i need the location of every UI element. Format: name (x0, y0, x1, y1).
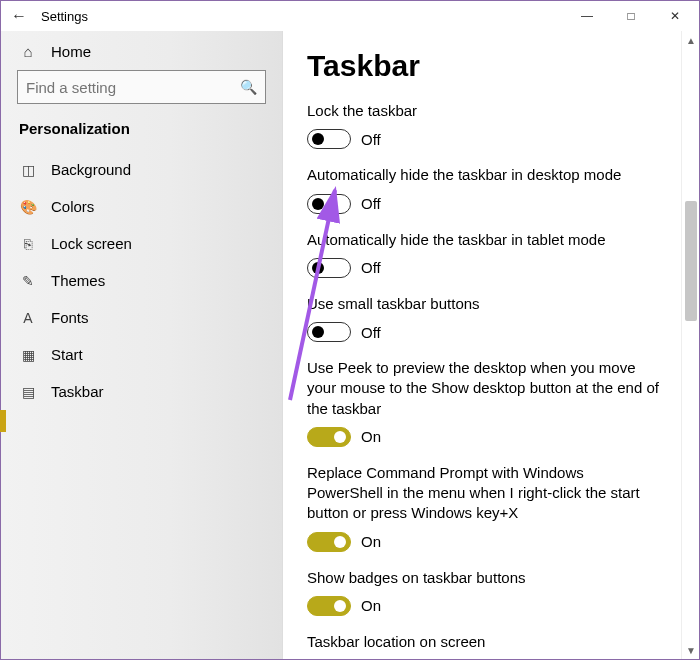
toggle-status: Off (361, 324, 381, 341)
toggle-status: On (361, 428, 381, 445)
setting-small-buttons: Use small taskbar buttons Off (307, 294, 663, 342)
setting-label: Replace Command Prompt with Windows Powe… (307, 463, 663, 524)
sidebar-section-header: Personalization (1, 118, 282, 151)
home-icon: ⌂ (19, 43, 37, 60)
main-panel: Taskbar Lock the taskbar Off Automatical… (283, 31, 699, 659)
sidebar-home[interactable]: ⌂ Home (1, 37, 282, 70)
setting-label: Show badges on taskbar buttons (307, 568, 663, 588)
start-icon: ▦ (19, 347, 37, 363)
setting-label: Lock the taskbar (307, 101, 663, 121)
setting-label: Taskbar location on screen (307, 632, 663, 652)
search-box[interactable]: 🔍 (17, 70, 266, 104)
page-title: Taskbar (307, 49, 663, 83)
taskbar-icon: ▤ (19, 384, 37, 400)
setting-label: Automatically hide the taskbar in tablet… (307, 230, 663, 250)
themes-icon: ✎ (19, 273, 37, 289)
toggle-powershell[interactable] (307, 532, 351, 552)
toggle-status: Off (361, 259, 381, 276)
search-icon: 🔍 (240, 79, 257, 95)
setting-powershell: Replace Command Prompt with Windows Powe… (307, 463, 663, 552)
toggle-status: Off (361, 195, 381, 212)
titlebar: ← Settings — □ ✕ (1, 1, 699, 31)
setting-label: Use small taskbar buttons (307, 294, 663, 314)
sidebar-item-label: Taskbar (51, 383, 104, 400)
toggle-status: On (361, 597, 381, 614)
sidebar-home-label: Home (51, 43, 91, 60)
settings-window: ← Settings — □ ✕ ⌂ Home 🔍 Personalizatio… (0, 0, 700, 660)
search-input[interactable] (26, 79, 234, 96)
maximize-button[interactable]: □ (609, 2, 653, 30)
scroll-thumb[interactable] (685, 201, 697, 321)
sidebar-item-fonts[interactable]: A Fonts (1, 299, 282, 336)
setting-autohide-desktop: Automatically hide the taskbar in deskto… (307, 165, 663, 213)
close-button[interactable]: ✕ (653, 2, 697, 30)
toggle-lock-taskbar[interactable] (307, 129, 351, 149)
setting-label: Automatically hide the taskbar in deskto… (307, 165, 663, 185)
sidebar-item-lock-screen[interactable]: ⎘ Lock screen (1, 225, 282, 262)
setting-lock-taskbar: Lock the taskbar Off (307, 101, 663, 149)
sidebar-item-themes[interactable]: ✎ Themes (1, 262, 282, 299)
sidebar-item-colors[interactable]: 🎨 Colors (1, 188, 282, 225)
scroll-up-button[interactable]: ▲ (682, 31, 699, 49)
toggle-status: Off (361, 131, 381, 148)
sidebar: ⌂ Home 🔍 Personalization ◫ Background 🎨 … (1, 31, 283, 659)
main-inner: Taskbar Lock the taskbar Off Automatical… (283, 31, 681, 659)
sidebar-item-label: Lock screen (51, 235, 132, 252)
fonts-icon: A (19, 310, 37, 326)
sidebar-item-background[interactable]: ◫ Background (1, 151, 282, 188)
sidebar-item-label: Fonts (51, 309, 89, 326)
toggle-status: On (361, 533, 381, 550)
setting-use-peek: Use Peek to preview the desktop when you… (307, 358, 663, 447)
sidebar-item-taskbar[interactable]: ▤ Taskbar (1, 373, 282, 410)
toggle-use-peek[interactable] (307, 427, 351, 447)
content-area: ⌂ Home 🔍 Personalization ◫ Background 🎨 … (1, 31, 699, 659)
sidebar-item-label: Start (51, 346, 83, 363)
setting-autohide-tablet: Automatically hide the taskbar in tablet… (307, 230, 663, 278)
lock-screen-icon: ⎘ (19, 236, 37, 252)
setting-show-badges: Show badges on taskbar buttons On (307, 568, 663, 616)
accent-marker (1, 410, 6, 432)
toggle-small-buttons[interactable] (307, 322, 351, 342)
colors-icon: 🎨 (19, 199, 37, 215)
setting-taskbar-location: Taskbar location on screen (307, 632, 663, 652)
sidebar-item-label: Themes (51, 272, 105, 289)
sidebar-item-label: Background (51, 161, 131, 178)
scrollbar[interactable]: ▲ ▼ (681, 31, 699, 659)
sidebar-item-start[interactable]: ▦ Start (1, 336, 282, 373)
back-button[interactable]: ← (11, 7, 27, 25)
sidebar-item-label: Colors (51, 198, 94, 215)
scroll-down-button[interactable]: ▼ (682, 641, 699, 659)
window-title: Settings (41, 9, 88, 24)
window-controls: — □ ✕ (565, 2, 697, 30)
background-icon: ◫ (19, 162, 37, 178)
setting-label: Use Peek to preview the desktop when you… (307, 358, 663, 419)
toggle-show-badges[interactable] (307, 596, 351, 616)
toggle-autohide-desktop[interactable] (307, 194, 351, 214)
minimize-button[interactable]: — (565, 2, 609, 30)
toggle-autohide-tablet[interactable] (307, 258, 351, 278)
